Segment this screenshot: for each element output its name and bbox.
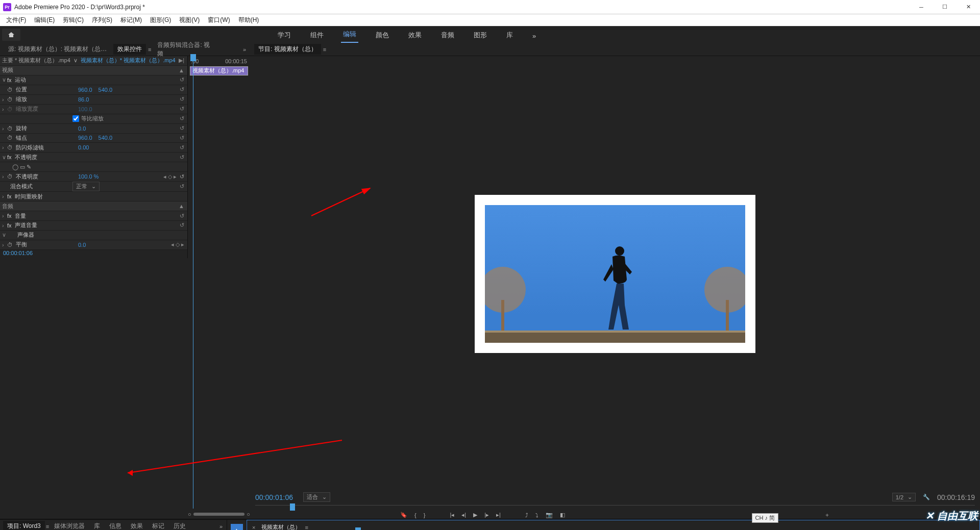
program-scrubber[interactable] <box>255 505 975 509</box>
sequence-tab[interactable]: 视频素材（总） <box>257 522 305 530</box>
ec-position-x[interactable]: 960.0 <box>78 87 92 93</box>
tab-effects2[interactable]: 效果 <box>127 521 147 530</box>
reset-icon[interactable]: ↺ <box>180 144 184 151</box>
minimize-button[interactable]: ─ <box>910 0 933 14</box>
ec-volume[interactable]: 音量 <box>12 212 77 220</box>
extract-icon[interactable]: ⤵ <box>535 512 538 518</box>
ec-motion[interactable]: 运动 <box>12 76 77 84</box>
ws-tab-audio[interactable]: 音频 <box>439 31 456 43</box>
reset-icon[interactable]: ↺ <box>180 183 184 190</box>
keyframe-nav[interactable]: ◂ ◇ ▸ <box>171 241 184 248</box>
effect-timeline[interactable]: :00 00:00:15 视频素材（总）.mp4 ○○ <box>188 56 250 519</box>
ec-balance-v[interactable]: 0.0 <box>78 242 86 248</box>
reset-icon[interactable]: ↺ <box>180 96 184 103</box>
ec-tc[interactable]: 00:00:01:06 <box>0 250 187 258</box>
reset-icon[interactable]: ↺ <box>180 222 184 229</box>
tab-media-browser[interactable]: 媒体浏览器 <box>50 521 89 530</box>
proj-overflow[interactable]: » <box>219 523 223 529</box>
keyframe-nav[interactable]: ◂ ◇ ▸ <box>163 173 177 180</box>
tab-info[interactable]: 信息 <box>105 521 126 530</box>
ec-timeremap[interactable]: 时间重映射 <box>12 193 77 200</box>
ws-tab-color[interactable]: 颜色 <box>374 31 391 43</box>
wrench-icon[interactable]: 🔧 <box>923 494 930 500</box>
prog-fit-select[interactable]: 适合⌄ <box>303 492 330 502</box>
reset-icon[interactable]: ↺ <box>180 125 184 132</box>
menu-sequence[interactable]: 序列(S) <box>88 15 116 26</box>
prog-tc-left[interactable]: 00:00:01:06 <box>255 493 293 501</box>
step-fwd-icon[interactable]: |▸ <box>484 512 489 518</box>
ec-audio-header[interactable]: 音频▲ <box>0 201 187 211</box>
maximize-button[interactable]: ☐ <box>933 0 957 14</box>
tool-selection[interactable]: ▲ <box>231 524 243 530</box>
reset-icon[interactable]: ↺ <box>180 173 184 180</box>
ec-seq[interactable]: 视频素材（总）* 视频素材（总）.mp4 <box>81 57 176 64</box>
zoom-out-icon[interactable]: ○ <box>188 511 191 517</box>
goto-in-icon[interactable]: |◂ <box>450 512 454 518</box>
ec-opacity-v[interactable]: 100.0 % <box>78 173 99 180</box>
program-menu[interactable]: ≡ <box>323 46 326 53</box>
menu-window[interactable]: 窗口(W) <box>204 15 234 26</box>
tab-source[interactable]: 源: 视频素材（总）: 视频素材（总）.mp4: 00:00:00:00 <box>4 44 111 55</box>
reset-icon[interactable]: ↺ <box>180 213 184 219</box>
ws-tab-learn[interactable]: 学习 <box>276 31 293 43</box>
ws-tab-effects[interactable]: 效果 <box>406 31 424 43</box>
reset-icon[interactable]: ↺ <box>180 115 184 122</box>
ws-tab-assembly[interactable]: 组件 <box>308 31 326 43</box>
menu-help[interactable]: 帮助(H) <box>234 15 263 26</box>
tab-markers[interactable]: 标记 <box>148 521 168 530</box>
ec-position-y[interactable]: 540.0 <box>99 87 113 93</box>
reset-icon[interactable]: ↺ <box>180 135 184 141</box>
menu-marker[interactable]: 标记(M) <box>116 15 146 26</box>
step-back-icon[interactable]: ◂| <box>461 512 466 518</box>
reset-icon[interactable]: ↺ <box>180 106 184 112</box>
prog-scale-select[interactable]: 1/2⌄ <box>892 493 916 501</box>
mask-icons[interactable]: ◯ ▭ ✎ <box>12 164 31 170</box>
reset-icon[interactable]: ↺ <box>180 154 184 161</box>
program-monitor[interactable] <box>250 56 980 491</box>
tab-history[interactable]: 历史 <box>169 521 190 530</box>
close-button[interactable]: ✕ <box>957 0 980 14</box>
ws-overflow[interactable]: » <box>530 32 538 43</box>
tab-program[interactable]: 节目: 视频素材（总） <box>254 44 321 55</box>
menu-clip[interactable]: 剪辑(C) <box>59 15 88 26</box>
ec-scale-v[interactable]: 86.0 <box>78 96 89 103</box>
scrubber-head[interactable] <box>290 503 295 511</box>
ec-anchor-x[interactable]: 960.0 <box>78 135 92 141</box>
ec-channel[interactable]: 声道音量 <box>12 221 77 229</box>
in-icon[interactable]: { <box>414 512 416 518</box>
marker-icon[interactable]: 🔖 <box>400 512 407 518</box>
ws-tab-editing[interactable]: 编辑 <box>341 30 358 43</box>
ec-rotation-v[interactable]: 0.0 <box>78 125 86 132</box>
ws-tab-libraries[interactable]: 库 <box>504 31 515 43</box>
tab-effect-menu[interactable]: ≡ <box>148 46 151 53</box>
ec-playhead[interactable] <box>193 58 193 509</box>
ec-flicker-v[interactable]: 0.00 <box>78 144 89 150</box>
menu-edit[interactable]: 编辑(E) <box>30 15 59 26</box>
play-icon[interactable]: ▶ <box>473 512 477 518</box>
ws-tab-graphics[interactable]: 图形 <box>472 31 489 43</box>
proj-menu[interactable]: ≡ <box>46 523 49 529</box>
ec-play-icon[interactable]: ▶| <box>179 57 184 64</box>
reset-icon[interactable]: ↺ <box>180 86 184 93</box>
ec-uniform-check[interactable] <box>72 115 79 122</box>
compare-icon[interactable]: ◧ <box>560 512 565 518</box>
menu-file[interactable]: 文件(F) <box>2 15 30 26</box>
ec-zoom-scroll[interactable] <box>193 513 245 516</box>
tab-overflow[interactable]: » <box>243 46 246 53</box>
ec-panner[interactable]: 声像器 <box>14 231 80 239</box>
ec-anchor-y[interactable]: 540.0 <box>99 135 113 141</box>
goto-out-icon[interactable]: ▸| <box>496 512 501 518</box>
tab-effect-controls[interactable]: 效果控件 <box>113 44 146 55</box>
ec-video-header[interactable]: 视频 ▲ <box>0 66 187 75</box>
tab-project[interactable]: 项目: Word3 <box>3 521 45 530</box>
menu-graphics[interactable]: 图形(G) <box>146 15 175 26</box>
home-button[interactable] <box>2 29 20 41</box>
ec-blend-select[interactable]: 正常⌄ <box>72 182 100 191</box>
add-button-icon[interactable]: ＋ <box>824 511 830 519</box>
lift-icon[interactable]: ⤴ <box>525 512 528 518</box>
out-icon[interactable]: } <box>424 512 426 518</box>
ec-opacity-hdr[interactable]: 不透明度 <box>12 154 77 161</box>
menu-view[interactable]: 视图(V) <box>175 15 204 26</box>
tab-libraries[interactable]: 库 <box>90 521 104 530</box>
export-frame-icon[interactable]: 📷 <box>546 512 553 518</box>
